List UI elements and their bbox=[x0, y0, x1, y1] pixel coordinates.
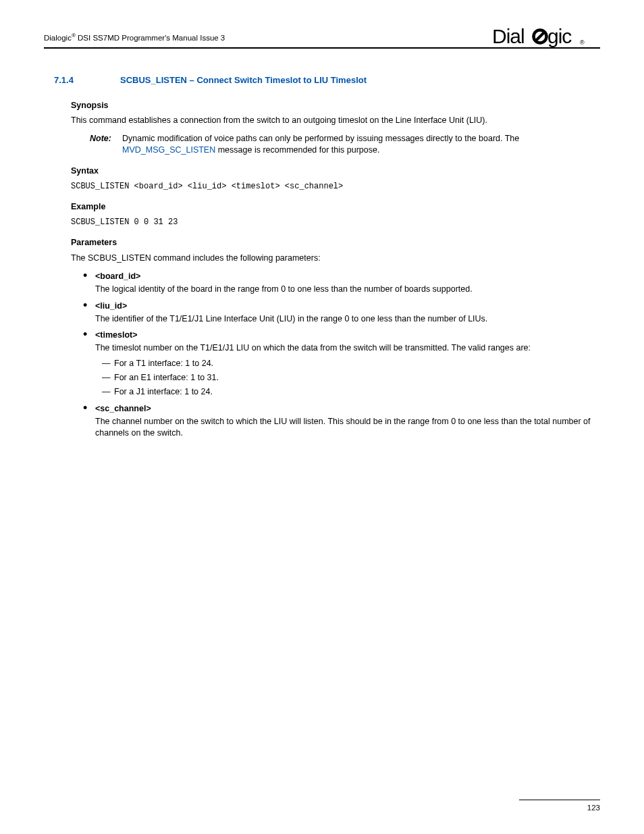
param-name: <timeslot> bbox=[95, 330, 600, 341]
page-number: 123 bbox=[587, 804, 600, 812]
param-item: <timeslot> The timeslot number on the T1… bbox=[83, 330, 600, 397]
param-sublist: For a T1 interface: 1 to 24. For an E1 i… bbox=[95, 358, 600, 398]
section-number: 7.1.4 bbox=[54, 74, 120, 86]
sublist-item: For an E1 interface: 1 to 31. bbox=[102, 372, 600, 384]
content-body: Synopsis This command establishes a conn… bbox=[71, 100, 600, 439]
syntax-heading: Syntax bbox=[71, 165, 600, 177]
example-heading: Example bbox=[71, 201, 600, 213]
example-code: SCBUS_LISTEN 0 0 31 23 bbox=[71, 217, 600, 228]
param-desc: The identifier of the T1/E1/J1 Line Inte… bbox=[95, 313, 600, 325]
synopsis-text: This command establishes a connection fr… bbox=[71, 115, 600, 126]
param-name: <sc_channel> bbox=[95, 403, 600, 415]
document-page: Dialogic® DSI SS7MD Programmer's Manual … bbox=[0, 0, 644, 834]
section-heading: 7.1.4 SCBUS_LISTEN – Connect Switch Time… bbox=[54, 74, 600, 86]
note-label: Note: bbox=[90, 133, 122, 156]
svg-text:®: ® bbox=[580, 39, 585, 46]
parameters-list: <board_id> The logical identity of the b… bbox=[71, 271, 600, 439]
param-item: <board_id> The logical identity of the b… bbox=[83, 271, 600, 295]
syntax-code: SCBUS_LISTEN <board_id> <liu_id> <timesl… bbox=[71, 181, 600, 192]
page-footer: 123 bbox=[519, 800, 600, 814]
synopsis-heading: Synopsis bbox=[71, 100, 600, 111]
note-link[interactable]: MVD_MSG_SC_LISTEN bbox=[122, 145, 215, 155]
page-header: Dialogic® DSI SS7MD Programmer's Manual … bbox=[44, 26, 600, 49]
header-suffix: DSI SS7MD Programmer's Manual Issue 3 bbox=[76, 33, 225, 41]
header-title: Dialogic® DSI SS7MD Programmer's Manual … bbox=[44, 32, 225, 47]
param-desc: The channel number on the switch to whic… bbox=[95, 416, 600, 439]
sublist-item: For a J1 interface: 1 to 24. bbox=[102, 386, 600, 398]
parameters-intro: The SCBUS_LISTEN command includes the fo… bbox=[71, 253, 600, 264]
parameters-heading: Parameters bbox=[71, 237, 600, 249]
param-desc: The logical identity of the board in the… bbox=[95, 284, 600, 295]
brand-logo: Dial gic ® bbox=[492, 26, 600, 46]
note-block: Note: Dynamic modification of voice path… bbox=[90, 133, 600, 156]
param-desc: The timeslot number on the T1/E1/J1 LIU … bbox=[95, 342, 600, 354]
note-post: message is recommended for this purpose. bbox=[215, 145, 379, 155]
param-item: <sc_channel> The channel number on the s… bbox=[83, 403, 600, 439]
svg-text:Dial: Dial bbox=[492, 26, 525, 47]
section-title: SCBUS_LISTEN – Connect Switch Timeslot t… bbox=[120, 74, 600, 86]
sublist-item: For a T1 interface: 1 to 24. bbox=[102, 358, 600, 369]
header-prefix: Dialogic bbox=[44, 33, 72, 41]
svg-text:gic: gic bbox=[547, 26, 572, 47]
note-pre: Dynamic modification of voice paths can … bbox=[122, 134, 519, 143]
param-name: <board_id> bbox=[95, 271, 600, 282]
param-item: <liu_id> The identifier of the T1/E1/J1 … bbox=[83, 301, 600, 325]
param-name: <liu_id> bbox=[95, 301, 600, 312]
svg-line-2 bbox=[536, 32, 544, 41]
note-body: Dynamic modification of voice paths can … bbox=[122, 133, 600, 156]
